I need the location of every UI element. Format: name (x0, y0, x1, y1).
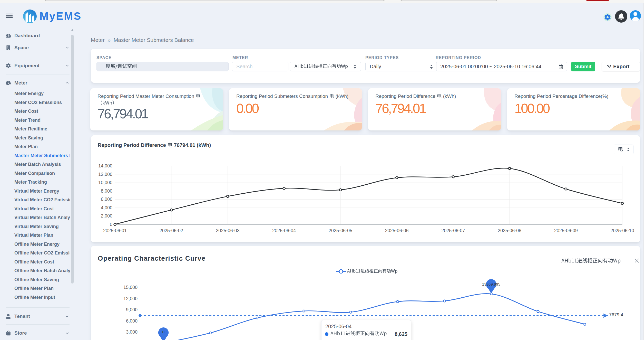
svg-text:2025-06-09: 2025-06-09 (554, 228, 578, 233)
svg-text:3,000: 3,000 (126, 329, 138, 335)
svg-text:0: 0 (162, 330, 164, 334)
svg-text:15,000: 15,000 (123, 285, 138, 290)
svg-text:6,000: 6,000 (126, 318, 138, 324)
svg-text:2025-06-04: 2025-06-04 (272, 228, 296, 233)
svg-text:2025-06-02: 2025-06-02 (160, 228, 183, 233)
svg-text:12,000: 12,000 (123, 296, 138, 301)
svg-text:2025-06-01: 2025-06-01 (103, 228, 127, 233)
svg-text:9,000: 9,000 (126, 307, 138, 312)
svg-text:12,000: 12,000 (98, 172, 112, 177)
svg-text:2025-06-08: 2025-06-08 (498, 228, 521, 233)
svg-text:13369.995: 13369.995 (482, 282, 500, 286)
svg-text:2025-06-10: 2025-06-10 (610, 228, 634, 233)
svg-text:2025-06-06: 2025-06-06 (385, 228, 409, 233)
svg-text:8,000: 8,000 (101, 188, 112, 194)
svg-text:2025-06-03: 2025-06-03 (216, 228, 239, 233)
svg-text:7679.4: 7679.4 (609, 312, 623, 317)
svg-text:6,000: 6,000 (101, 197, 112, 202)
svg-text:14,000: 14,000 (98, 163, 112, 168)
svg-text:2,000: 2,000 (101, 213, 112, 219)
svg-text:4,000: 4,000 (101, 205, 112, 210)
svg-text:0: 0 (110, 222, 112, 227)
svg-text:2025-06-05: 2025-06-05 (329, 228, 352, 233)
svg-text:2025-06-07: 2025-06-07 (441, 228, 465, 233)
svg-text:10,000: 10,000 (98, 180, 112, 185)
